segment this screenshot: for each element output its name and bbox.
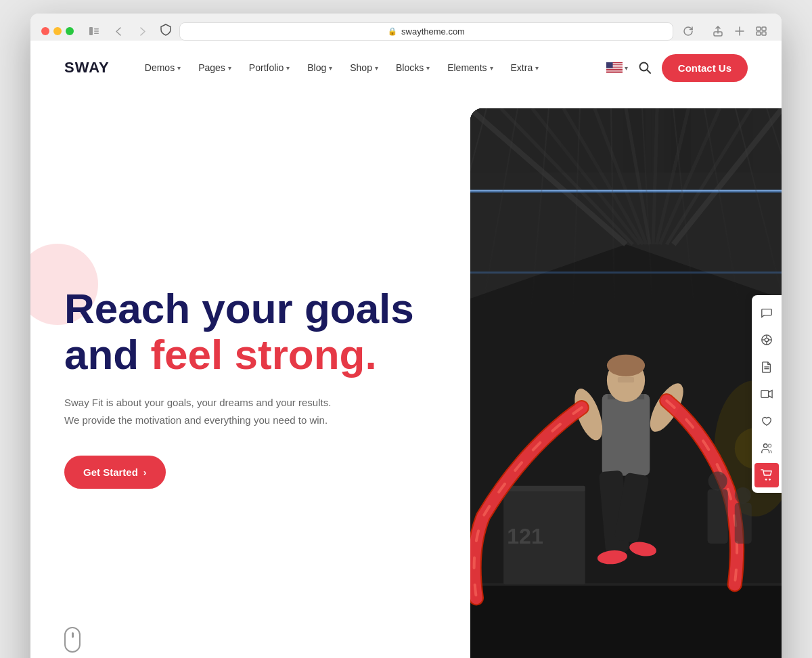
wishlist-panel-item[interactable]	[754, 409, 779, 433]
chevron-down-icon: ▾	[228, 64, 231, 72]
chevron-down-icon: ▾	[286, 64, 290, 72]
video-icon	[761, 388, 773, 400]
mouse-wheel	[72, 632, 74, 638]
svg-point-70	[768, 444, 771, 447]
hero-right: 121	[470, 95, 782, 658]
svg-rect-3	[94, 33, 99, 35]
nav-blocks[interactable]: Blocks ▾	[388, 57, 438, 79]
browser-controls: 🔒 swaytheme.com	[41, 22, 771, 41]
browser-window: 🔒 swaytheme.com	[30, 14, 782, 658]
new-tab-button[interactable]	[730, 22, 749, 41]
svg-rect-8	[762, 27, 766, 30]
cart-panel-item[interactable]	[754, 463, 779, 487]
website-content: SWAY Demos ▾ Pages ▾ Portfolio ▾ Blog ▾	[30, 41, 782, 658]
svg-point-71	[765, 479, 767, 481]
chevron-down-icon: ▾	[177, 64, 181, 72]
svg-rect-55	[708, 489, 728, 544]
svg-rect-15	[606, 68, 623, 69]
svg-rect-48	[618, 377, 634, 382]
users-panel-item[interactable]	[754, 436, 779, 460]
support-panel-item[interactable]	[754, 328, 779, 352]
svg-rect-40	[503, 486, 585, 491]
heart-icon	[761, 415, 773, 427]
url-text: swaytheme.com	[401, 26, 465, 37]
nav-actions: ▾ Contact Us	[606, 54, 748, 82]
nav-shop[interactable]: Shop ▾	[342, 57, 386, 79]
contact-button[interactable]: Contact Us	[662, 54, 748, 82]
hero-image: 121	[470, 108, 782, 658]
hero-subtitle: Sway Fit is about your goals, your dream…	[64, 394, 335, 429]
chevron-down-icon: ▾	[329, 64, 332, 72]
address-bar[interactable]: 🔒 swaytheme.com	[179, 22, 673, 41]
svg-rect-37	[470, 584, 782, 658]
cart-icon	[761, 469, 773, 481]
nav-menu: Demos ▾ Pages ▾ Portfolio ▾ Blog ▾ Shop	[137, 57, 606, 79]
logo[interactable]: SWAY	[64, 59, 110, 76]
nav-demos[interactable]: Demos ▾	[137, 57, 189, 79]
svg-rect-2	[94, 30, 99, 32]
chevron-down-icon: ▾	[375, 64, 378, 72]
svg-point-56	[708, 472, 727, 491]
chevron-down-icon: ▾	[490, 64, 493, 72]
nav-pages[interactable]: Pages ▾	[190, 57, 240, 79]
document-panel-item[interactable]	[754, 355, 779, 379]
share-button[interactable]	[708, 22, 727, 41]
svg-rect-9	[757, 32, 761, 35]
minimize-button[interactable]	[53, 27, 62, 35]
svg-rect-44	[602, 394, 650, 476]
maximize-button[interactable]	[66, 27, 74, 35]
svg-rect-16	[606, 70, 623, 70]
svg-rect-10	[762, 32, 766, 35]
svg-point-58	[735, 487, 751, 504]
svg-rect-57	[735, 503, 752, 544]
ceiling-texture	[470, 108, 782, 308]
chat-icon	[761, 307, 773, 319]
chevron-down-icon: ▾	[426, 64, 430, 72]
language-selector[interactable]: ▾	[606, 62, 628, 73]
svg-rect-68	[761, 391, 769, 398]
forward-button[interactable]	[133, 22, 152, 41]
video-panel-item[interactable]	[754, 382, 779, 406]
side-panel	[752, 295, 782, 493]
nav-blog[interactable]: Blog ▾	[299, 57, 340, 79]
hero-section: Reach your goals and feel strong. Sway F…	[30, 95, 782, 658]
navbar: SWAY Demos ▾ Pages ▾ Portfolio ▾ Blog ▾	[30, 41, 782, 95]
close-button[interactable]	[41, 27, 49, 35]
scroll-indicator	[64, 627, 81, 653]
arrow-right-icon: ›	[143, 467, 147, 478]
svg-rect-0	[89, 27, 93, 35]
chevron-down-icon: ▾	[625, 64, 628, 72]
more-button[interactable]	[752, 22, 771, 41]
browser-actions	[708, 22, 771, 41]
mouse-icon	[64, 627, 81, 653]
get-started-button[interactable]: Get Started ›	[64, 456, 166, 489]
svg-line-20	[647, 70, 650, 73]
nav-portfolio[interactable]: Portfolio ▾	[241, 57, 298, 79]
svg-text:121: 121	[507, 524, 543, 548]
sidebar-toggle[interactable]	[85, 22, 104, 41]
svg-point-61	[765, 338, 768, 341]
hero-title: Reach your goals and feel strong.	[64, 286, 436, 378]
nav-extra[interactable]: Extra ▾	[503, 57, 547, 79]
support-icon	[761, 334, 773, 346]
chevron-down-icon: ▾	[535, 64, 539, 72]
chat-panel-item[interactable]	[754, 301, 779, 325]
hero-left: Reach your goals and feel strong. Sway F…	[30, 95, 470, 658]
svg-point-47	[607, 355, 645, 376]
flag-icon	[606, 62, 623, 73]
search-button[interactable]	[636, 59, 654, 76]
svg-rect-18	[606, 62, 613, 68]
browser-chrome: 🔒 swaytheme.com	[30, 14, 782, 41]
svg-rect-7	[757, 27, 761, 30]
reload-button[interactable]	[679, 22, 698, 41]
traffic-lights	[41, 27, 74, 35]
nav-elements[interactable]: Elements ▾	[439, 57, 501, 79]
svg-point-69	[764, 444, 767, 447]
svg-rect-17	[606, 72, 623, 72]
back-button[interactable]	[109, 22, 128, 41]
users-icon	[761, 442, 773, 454]
lock-icon: 🔒	[388, 27, 397, 36]
svg-rect-1	[94, 28, 99, 30]
svg-point-72	[769, 479, 771, 481]
document-icon	[761, 361, 773, 373]
